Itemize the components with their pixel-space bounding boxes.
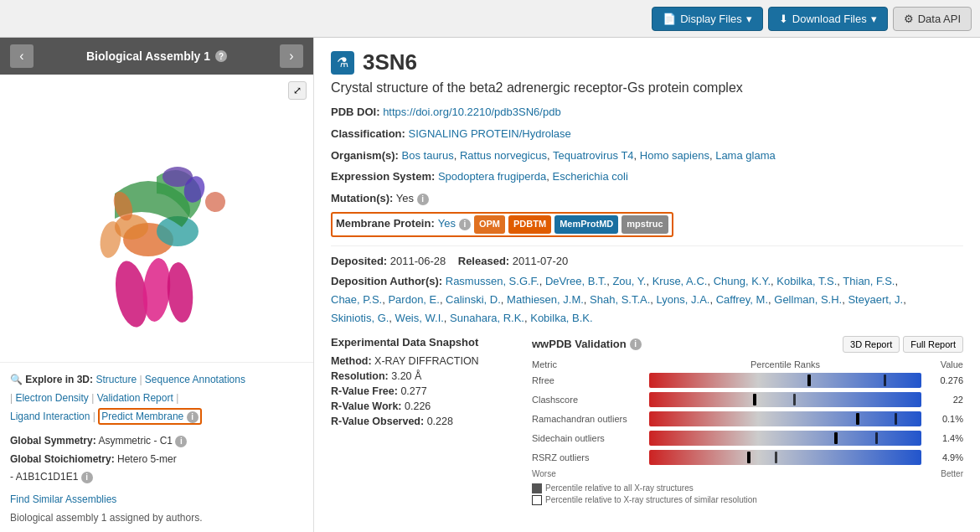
classification-link[interactable]: SIGNALING PROTEIN/Hydrolase bbox=[408, 127, 570, 140]
rwork-value: 0.226 bbox=[405, 400, 431, 412]
author-skiniotis[interactable]: Skiniotis, G. bbox=[331, 312, 389, 324]
rama-filled-marker bbox=[895, 413, 897, 425]
author-caffrey[interactable]: Caffrey, M. bbox=[716, 293, 768, 306]
classification-row: Classification: SIGNALING PROTEIN/Hydrol… bbox=[331, 126, 963, 143]
author-steyaert[interactable]: Steyaert, J. bbox=[848, 293, 903, 306]
report-buttons: 3D Report Full Report bbox=[843, 336, 963, 353]
sidechain-bar bbox=[649, 431, 921, 446]
full-report-button[interactable]: Full Report bbox=[903, 336, 963, 353]
expand-viewer-button[interactable]: ⤢ bbox=[288, 81, 307, 100]
protein-structure-svg bbox=[48, 110, 266, 328]
author-pardon[interactable]: Pardon, E. bbox=[388, 293, 439, 306]
prev-assembly-button[interactable]: ‹ bbox=[10, 44, 34, 68]
author-chae[interactable]: Chae, P.S. bbox=[331, 293, 382, 306]
worse-better-labels: Worse Better bbox=[532, 469, 963, 478]
author-kruse[interactable]: Kruse, A.C. bbox=[652, 275, 708, 287]
pdbtm-badge[interactable]: PDBTM bbox=[508, 215, 551, 234]
data-api-button[interactable]: ⚙ Data API bbox=[893, 7, 972, 31]
author-weis[interactable]: Weis, W.I. bbox=[395, 312, 444, 324]
author-chung[interactable]: Chung, K.Y. bbox=[714, 275, 771, 287]
wwpdb-help-icon[interactable]: i bbox=[630, 338, 642, 350]
ligand-interaction-link[interactable]: Ligand Interaction bbox=[10, 411, 90, 422]
wwpdb-header: wwPDB Validation i 3D Report Full Report bbox=[532, 336, 963, 353]
stoichiometry-help-icon[interactable]: i bbox=[81, 472, 93, 483]
top-bar: 📄 Display Files ▾ ⬇ Download Files ▾ ⚙ D… bbox=[0, 0, 980, 38]
organism-lama-link[interactable]: Lama glama bbox=[715, 149, 776, 162]
expression-row: Expression System: Spodoptera frugiperda… bbox=[331, 168, 963, 186]
deposited-date: 2011-06-28 bbox=[390, 255, 446, 267]
metric-col-header: Metric bbox=[532, 359, 649, 369]
gear-icon: ⚙ bbox=[904, 13, 914, 25]
next-assembly-button[interactable]: › bbox=[280, 44, 303, 68]
membrane-box: Membrane Protein: Yes i OPM PDBTM MemPro… bbox=[331, 212, 673, 237]
expression-spodo-link[interactable]: Spodoptera frugiperda bbox=[438, 170, 546, 183]
wwpdb-validation-section: wwPDB Validation i 3D Report Full Report… bbox=[532, 336, 963, 507]
author-devree[interactable]: DeVree, B.T. bbox=[545, 275, 606, 287]
main-layout: ‹ Biological Assembly 1 ? › ⤢ bbox=[0, 38, 980, 532]
expression-ecoli-link[interactable]: Escherichia coli bbox=[553, 170, 628, 183]
membrane-yes-link[interactable]: Yes bbox=[438, 215, 456, 233]
rfree-filled-marker bbox=[884, 374, 886, 386]
explore-title: Explore in 3D: bbox=[25, 374, 93, 385]
wwpdb-title: wwPDB Validation i bbox=[532, 338, 642, 350]
percentile-col-header: Percentile Ranks bbox=[649, 359, 921, 369]
organism-homo-link[interactable]: Homo sapiens bbox=[640, 149, 709, 162]
chart-header: Metric Percentile Ranks Value bbox=[532, 359, 963, 369]
mutation-help-icon[interactable]: i bbox=[417, 194, 429, 205]
robserved-row: R-Value Observed: 0.228 bbox=[331, 416, 515, 427]
author-thian[interactable]: Thian, F.S. bbox=[843, 275, 895, 287]
author-mathiesen[interactable]: Mathiesen, J.M. bbox=[507, 293, 584, 306]
author-kobilka-b[interactable]: Kobilka, B.K. bbox=[530, 312, 592, 324]
author-calinski[interactable]: Calinski, D. bbox=[446, 293, 501, 306]
rsrz-chart-row: RSRZ outliers 4.9% bbox=[532, 450, 963, 465]
chevron-down-icon: ▾ bbox=[871, 13, 877, 25]
value-col-header: Value bbox=[921, 359, 963, 369]
entry-id: 3SN6 bbox=[363, 49, 417, 75]
authors-row: Deposition Author(s): Rasmussen, S.G.F.,… bbox=[331, 272, 963, 328]
rfree-outline-marker bbox=[807, 374, 811, 386]
bio-note: Biological assembly 1 assigned by author… bbox=[10, 512, 303, 524]
3d-report-button[interactable]: 3D Report bbox=[843, 336, 900, 353]
membrane-help-icon[interactable]: i bbox=[459, 219, 471, 230]
mpstruc-badge[interactable]: mpstruc bbox=[622, 215, 668, 234]
structure-link[interactable]: Structure bbox=[95, 374, 137, 385]
author-sunahara[interactable]: Sunahara, R.K. bbox=[450, 312, 524, 324]
organism-rattus-link[interactable]: Rattus norvegicus bbox=[460, 149, 547, 162]
author-gellman[interactable]: Gellman, S.H. bbox=[774, 293, 842, 306]
pdb-doi-link[interactable]: https://doi.org/10.2210/pdb3SN6/pdb bbox=[383, 106, 561, 118]
sequence-annotations-link[interactable]: Sequence Annotations bbox=[145, 374, 245, 385]
released-date: 2011-07-20 bbox=[513, 255, 569, 267]
author-lyons[interactable]: Lyons, J.A. bbox=[657, 293, 710, 306]
robserved-value: 0.228 bbox=[427, 416, 453, 427]
global-stoichiometry-row: Global Stoichiometry: Hetero 5-mer - A1B… bbox=[10, 451, 303, 487]
electron-density-link[interactable]: Electron Density bbox=[15, 392, 88, 404]
author-kobilka-t[interactable]: Kobilka, T.S. bbox=[776, 275, 837, 287]
file-icon: 📄 bbox=[663, 13, 676, 25]
opm-badge[interactable]: OPM bbox=[474, 215, 505, 234]
assembly-title: Biological Assembly 1 bbox=[86, 49, 210, 63]
validation-report-link[interactable]: Validation Report bbox=[97, 392, 173, 404]
organisms-row: Organism(s): Bos taurus, Rattus norvegic… bbox=[331, 147, 963, 165]
symmetry-help-icon[interactable]: i bbox=[175, 436, 187, 447]
right-panel: ⚗ 3SN6 Crystal structure of the beta2 ad… bbox=[314, 38, 980, 532]
deposited-row: Deposited: 2011-06-28 Released: 2011-07-… bbox=[331, 255, 963, 267]
method-row: Method: X-RAY DIFFRACTION bbox=[331, 355, 515, 367]
assembly-help-icon[interactable]: ? bbox=[215, 50, 227, 62]
author-shah[interactable]: Shah, S.T.A. bbox=[590, 293, 650, 306]
rsrz-outline-marker bbox=[747, 452, 750, 463]
find-similar-section: Find Similar Assemblies bbox=[10, 493, 303, 505]
rfree-value: 0.277 bbox=[400, 385, 426, 397]
organism-bos-link[interactable]: Bos taurus bbox=[402, 149, 454, 162]
find-similar-link[interactable]: Find Similar Assemblies bbox=[10, 493, 116, 505]
predict-membrane-link[interactable]: Predict Membrane bbox=[101, 411, 183, 422]
predict-membrane-help[interactable]: i bbox=[187, 411, 199, 423]
download-files-button[interactable]: ⬇ Download Files ▾ bbox=[768, 7, 888, 31]
author-zou[interactable]: Zou, Y. bbox=[612, 275, 646, 287]
organism-tequa-link[interactable]: Tequatrovirus T4 bbox=[553, 149, 634, 162]
display-files-button[interactable]: 📄 Display Files ▾ bbox=[652, 7, 763, 31]
author-rasmussen[interactable]: Rasmussen, S.G.F. bbox=[446, 275, 539, 287]
rfree-row: R-Value Free: 0.277 bbox=[331, 385, 515, 397]
clashscore-outline-marker bbox=[753, 394, 756, 405]
memprotmd-badge[interactable]: MemProtMD bbox=[554, 215, 618, 234]
mutation-value: Yes bbox=[396, 192, 414, 204]
